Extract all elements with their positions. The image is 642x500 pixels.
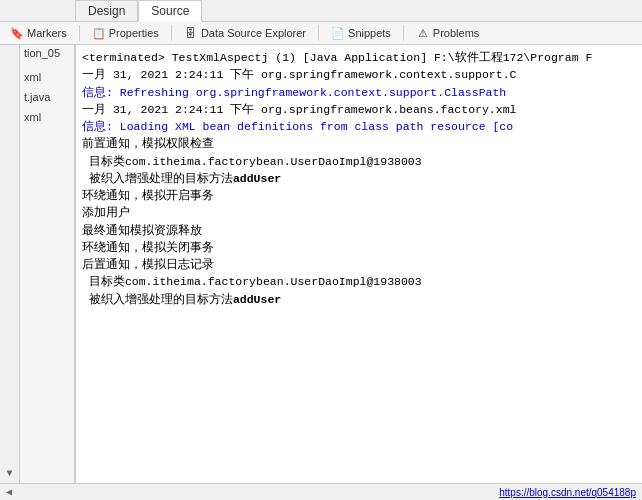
toolbar-properties-label: Properties [109,27,159,39]
toolbar-snippets[interactable]: 📄 Snippets [325,24,397,42]
bottom-nav: ◀ https://blog.csdn.net/q054188p [0,483,642,500]
left-panel: tion_05 xml t.java xml [20,45,75,483]
markers-icon: 🔖 [10,26,24,40]
main-layout: ▼ tion_05 xml t.java xml <terminated> Te… [0,45,642,483]
console-line-3: 一月 31, 2021 2:24:11 下午 org.springframewo… [82,101,636,118]
toolbar-problems-label: Problems [433,27,479,39]
toolbar-datasource[interactable]: 🗄 Data Source Explorer [178,24,312,42]
sidebar-collapse-arrow[interactable]: ▼ [6,468,12,479]
datasource-icon: 🗄 [184,26,198,40]
toolbar-markers[interactable]: 🔖 Markers [4,24,73,42]
snippets-icon: 📄 [331,26,345,40]
console-line-2: 信息: Refreshing org.springframework.conte… [82,84,636,101]
console-line-9: 添加用户 [82,204,636,221]
tab-source[interactable]: Source [138,0,202,22]
console-line-0: <terminated> TestXmlAspectj (1) [Java Ap… [82,49,636,66]
console-line-6: 目标类com.itheima.factorybean.UserDaoImpl@1… [82,153,636,170]
toolbar-sep-2 [171,25,172,41]
toolbar-sep-1 [79,25,80,41]
toolbar-properties[interactable]: 📋 Properties [86,24,165,42]
console-line-10: 最终通知模拟资源释放 [82,222,636,239]
problems-icon: ⚠ [416,26,430,40]
console-line-13: 目标类com.itheima.factorybean.UserDaoImpl@1… [82,273,636,290]
toolbar-snippets-label: Snippets [348,27,391,39]
console-area[interactable]: <terminated> TestXmlAspectj (1) [Java Ap… [75,45,642,483]
console-line-8: 环绕通知，模拟开启事务 [82,187,636,204]
console-line-14: 被织入增强处理的目标方法addUser [82,291,636,308]
console-line-12: 后置通知，模拟日志记录 [82,256,636,273]
console-line-4: 信息: Loading XML bean definitions from cl… [82,118,636,135]
console-line-5: 前置通知，模拟权限检查 [82,135,636,152]
console-line-1: 一月 31, 2021 2:24:11 下午 org.springframewo… [82,66,636,83]
tab-bar: Design Source [0,0,642,22]
left-sidebar: ▼ [0,45,20,483]
toolbar-sep-3 [318,25,319,41]
console-line-11: 环绕通知，模拟关闭事务 [82,239,636,256]
toolbar-problems[interactable]: ⚠ Problems [410,24,485,42]
toolbar-markers-label: Markers [27,27,67,39]
tab-design[interactable]: Design [75,0,138,21]
toolbar: 🔖 Markers 📋 Properties 🗄 Data Source Exp… [0,22,642,45]
left-panel-item-0[interactable]: tion_05 [20,45,74,61]
left-panel-item-xml1[interactable]: xml [20,69,74,85]
left-panel-item-java[interactable]: t.java [20,89,74,105]
properties-icon: 📋 [92,26,106,40]
bottom-left-arrow[interactable]: ◀ [6,486,12,498]
left-panel-item-xml2[interactable]: xml [20,109,74,125]
console-line-7: 被织入增强处理的目标方法addUser [82,170,636,187]
toolbar-datasource-label: Data Source Explorer [201,27,306,39]
bottom-status-link[interactable]: https://blog.csdn.net/q054188p [499,487,636,498]
toolbar-sep-4 [403,25,404,41]
